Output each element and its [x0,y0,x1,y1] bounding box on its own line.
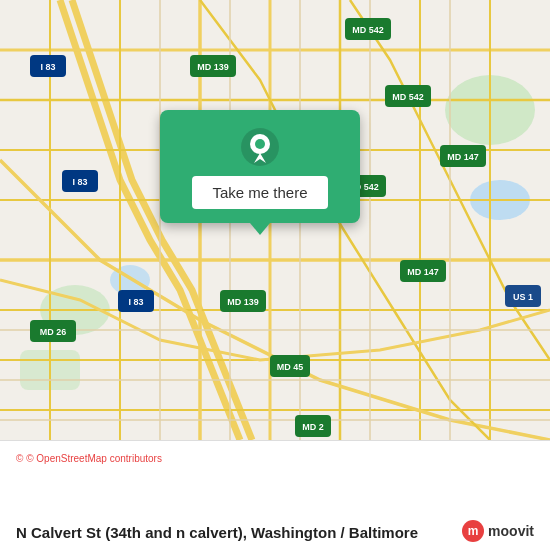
map-area: I 83 I 83 I 83 MD 139 MD 139 MD 542 MD 5… [0,0,550,440]
map-popup: Take me there [160,110,360,223]
svg-text:MD 26: MD 26 [40,327,67,337]
svg-point-59 [255,139,265,149]
svg-text:I 83: I 83 [72,177,87,187]
location-title: N Calvert St (34th and n calvert), Washi… [16,523,418,543]
svg-text:MD 542: MD 542 [392,92,424,102]
app-container: I 83 I 83 I 83 MD 139 MD 139 MD 542 MD 5… [0,0,550,550]
take-me-there-button[interactable]: Take me there [192,176,327,209]
svg-text:MD 147: MD 147 [447,152,479,162]
attribution-row: © © OpenStreetMap contributors [16,453,534,464]
moovit-logo-icon: m [462,520,484,542]
svg-text:MD 147: MD 147 [407,267,439,277]
info-bar: © © OpenStreetMap contributors N Calvert… [0,440,550,550]
svg-text:US 1: US 1 [513,292,533,302]
svg-text:MD 45: MD 45 [277,362,304,372]
svg-text:MD 139: MD 139 [197,62,229,72]
moovit-logo-text: moovit [488,523,534,539]
svg-text:MD 2: MD 2 [302,422,324,432]
svg-text:I 83: I 83 [40,62,55,72]
moovit-logo: m moovit [462,520,534,542]
svg-text:MD 139: MD 139 [227,297,259,307]
svg-text:I 83: I 83 [128,297,143,307]
osm-attribution: © © OpenStreetMap contributors [16,453,162,464]
svg-text:MD 542: MD 542 [352,25,384,35]
location-pin-icon [241,128,279,166]
